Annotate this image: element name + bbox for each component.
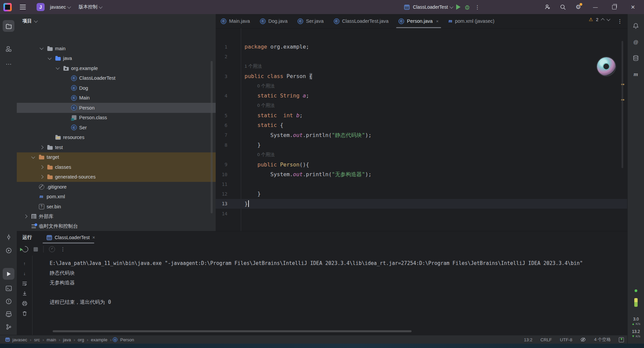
rerun-button[interactable] <box>21 245 29 253</box>
terminal-tool-window-button[interactable] <box>3 282 14 294</box>
run-config-selector[interactable]: ClassLoaderTest <box>413 4 453 10</box>
code-line[interactable]: 3public class Person { <box>216 71 627 81</box>
minimize-button[interactable]: — <box>590 0 600 14</box>
code-line[interactable]: 5 static int b; <box>216 111 627 120</box>
collapse-icon[interactable] <box>40 46 43 50</box>
tab-dog-java[interactable]: CDog.java <box>255 14 292 28</box>
expand-icon[interactable] <box>40 165 43 169</box>
database-tool-window-button[interactable] <box>630 52 642 64</box>
tree-item-gitignore[interactable]: .gitignore <box>17 182 216 192</box>
profiler-tool-window-button[interactable] <box>3 308 14 320</box>
clear-console-icon[interactable] <box>21 310 28 317</box>
project-scrollbar[interactable] <box>211 61 213 213</box>
vcs-widget[interactable]: 版本控制 <box>76 2 105 12</box>
maven-tool-window-button[interactable]: m <box>630 68 642 80</box>
more-options-icon[interactable]: ⋮ <box>60 246 65 252</box>
breadcrumb-item[interactable]: main <box>45 337 57 342</box>
tree-item-org-example[interactable]: org.example <box>17 63 216 73</box>
close-button[interactable]: ✕ <box>628 0 638 14</box>
close-tab-icon[interactable]: × <box>436 19 439 24</box>
notifications-bell-icon[interactable] <box>630 20 642 32</box>
up-stack-trace-icon[interactable]: ↑ <box>21 260 28 266</box>
more-tool-windows-icon[interactable]: ⋯ <box>3 58 14 70</box>
tree-item-scratches[interactable]: 临时文件和控制台 <box>17 221 216 231</box>
problems-tool-window-button[interactable] <box>3 295 14 307</box>
git-tool-window-button[interactable] <box>3 321 14 333</box>
breadcrumb-item[interactable]: org <box>76 337 86 342</box>
scroll-to-end-icon[interactable] <box>21 290 28 296</box>
print-icon[interactable] <box>21 300 28 306</box>
run-tool-window-button[interactable] <box>3 268 14 280</box>
stop-button[interactable] <box>34 247 38 252</box>
indent-selector[interactable]: 4 个空格 <box>594 337 611 343</box>
tree-item-resources[interactable]: resources <box>17 133 216 143</box>
run-tab-classloadertest[interactable]: ClassLoaderTest × <box>43 231 99 243</box>
tree-item-person-class-file[interactable]: Person.class <box>17 113 216 123</box>
tree-item-generated-sources[interactable]: generated-sources <box>17 172 216 182</box>
expand-icon[interactable] <box>23 215 27 218</box>
code-with-me-icon[interactable] <box>544 4 551 10</box>
code-line[interactable]: 2 <box>216 52 627 61</box>
search-icon[interactable] <box>559 4 566 10</box>
collapse-icon[interactable] <box>56 66 59 70</box>
close-tab-icon[interactable]: × <box>92 235 95 240</box>
code-line[interactable]: 10 System.out.println("无参构造器"); <box>216 169 627 179</box>
breadcrumb-item[interactable]: example <box>90 337 109 342</box>
tab-person-java[interactable]: CPerson.java× <box>393 14 443 28</box>
usage-hint-line[interactable]: 0 个用法 <box>216 81 627 91</box>
title-bar[interactable]: J javasec 版本控制 ClassLoaderTest ⋮ <box>0 0 644 14</box>
tree-item-person[interactable]: CPerson <box>17 103 216 113</box>
code-line[interactable]: 7 System.out.println("静态代码块"); <box>216 130 627 140</box>
project-panel-header[interactable]: 项目 <box>17 14 216 28</box>
caret-position[interactable]: 13:2 <box>524 337 532 342</box>
usage-hint-line[interactable]: 1 个用法 <box>216 62 627 71</box>
tree-item-main[interactable]: main <box>17 44 216 54</box>
breadcrumb-item[interactable]: Person <box>119 337 135 342</box>
soft-wrap-icon[interactable] <box>21 280 28 286</box>
highlighting-level-icon[interactable] <box>580 337 586 342</box>
down-stack-trace-icon[interactable]: ↓ <box>21 270 28 276</box>
profiler-gauge-icon[interactable] <box>49 246 55 252</box>
tree-item-main-class[interactable]: CMain <box>17 93 216 103</box>
breadcrumb-item[interactable]: src <box>33 337 41 342</box>
commit-tool-window-button[interactable] <box>3 231 14 243</box>
code-line[interactable]: 6 static { <box>216 120 627 130</box>
breadcrumb-item[interactable]: java <box>62 337 72 342</box>
ai-assistant-icon[interactable]: @ <box>630 36 642 48</box>
memory-indicator[interactable] <box>634 298 638 307</box>
structure-tool-window-button[interactable] <box>3 43 14 55</box>
project-widget[interactable]: javasec <box>47 3 73 11</box>
line-ending-selector[interactable]: CRLF <box>540 337 552 342</box>
tab-main-java[interactable]: CMain.java <box>216 14 255 28</box>
project-tool-window-button[interactable] <box>3 20 14 32</box>
prev-problem-icon[interactable] <box>601 18 604 22</box>
inspections-widget[interactable]: ⚠ 2 <box>589 17 610 22</box>
code-line[interactable]: 12 } <box>216 189 627 199</box>
main-menu-icon[interactable] <box>20 5 26 9</box>
tree-item-external-libraries[interactable]: 外部库 <box>17 212 216 222</box>
tab-ser-java[interactable]: CSer.java <box>292 14 328 28</box>
code-line[interactable]: 4 static String a; <box>216 91 627 100</box>
usage-hint-line[interactable]: 0 个用法 <box>216 150 627 159</box>
usage-hint-line[interactable]: 0 个用法 <box>216 101 627 111</box>
tree-item-classes[interactable]: classes <box>17 162 216 172</box>
services-tool-window-button[interactable] <box>3 245 14 256</box>
collapse-icon[interactable] <box>48 56 51 60</box>
tree-item-pom-xml[interactable]: mpom.xml <box>17 192 216 202</box>
next-problem-icon[interactable] <box>606 17 610 21</box>
tree-item-java[interactable]: java <box>17 54 216 64</box>
code-line[interactable]: 8 } <box>216 140 627 150</box>
collapse-icon[interactable] <box>31 155 35 158</box>
run-button[interactable] <box>456 4 461 10</box>
tree-item-target[interactable]: target <box>17 152 216 162</box>
more-run-options-icon[interactable]: ⋮ <box>474 4 481 10</box>
breadcrumb-item[interactable]: javasec <box>11 337 29 342</box>
tab-options-icon[interactable]: ⋮ <box>617 18 623 24</box>
settings-gear-icon[interactable]: ⚙ <box>575 4 582 10</box>
tree-item-dog[interactable]: CDog <box>17 83 216 93</box>
tree-item-classloadertest[interactable]: CClassLoaderTest <box>17 73 216 83</box>
console-horizontal-scrollbar[interactable] <box>53 330 412 332</box>
code-line[interactable]: 9 public Person(){ <box>216 160 627 169</box>
tree-item-ser-bin[interactable]: ?ser.bin <box>17 202 216 212</box>
tab-classloadertest-java[interactable]: CClassLoaderTest.java <box>329 14 394 28</box>
